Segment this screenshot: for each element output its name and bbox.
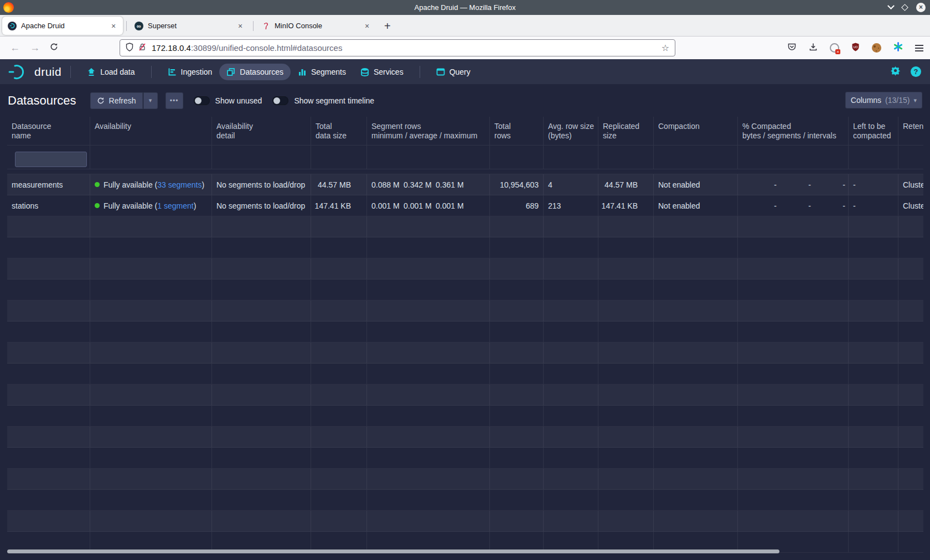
horizontal-scrollbar[interactable] bbox=[7, 549, 779, 553]
menu-icon[interactable] bbox=[915, 43, 923, 53]
druid-navbar: druid Load data Ingestion Datasources Se… bbox=[0, 59, 930, 84]
column-header-segment-rows[interactable]: Segment rowsminimum / average / maximum bbox=[367, 117, 490, 145]
tab-label: MinIO Console bbox=[275, 22, 358, 30]
refresh-dropdown-button[interactable]: ▾ bbox=[143, 92, 158, 109]
column-header-datasource[interactable]: Datasourcename bbox=[7, 117, 90, 145]
empty-table-row bbox=[7, 364, 923, 385]
help-icon[interactable]: ? bbox=[911, 66, 921, 77]
show-segment-timeline-toggle[interactable]: Show segment timeline bbox=[272, 96, 374, 105]
empty-cell bbox=[90, 364, 212, 384]
tab-close-icon[interactable]: × bbox=[362, 22, 372, 30]
reload-icon[interactable] bbox=[50, 42, 58, 54]
toggle-track[interactable] bbox=[272, 96, 288, 105]
pocket-icon[interactable] bbox=[787, 43, 797, 54]
column-header-compaction[interactable]: Compaction bbox=[654, 117, 738, 145]
filter-cell bbox=[898, 146, 923, 169]
nav-item-ingestion[interactable]: Ingestion bbox=[161, 64, 220, 80]
empty-cell bbox=[212, 279, 311, 300]
column-header-avg-row-size[interactable]: Avg. row size(bytes) bbox=[544, 117, 598, 145]
table-row[interactable]: stationsFully available (1 segment)No se… bbox=[7, 195, 923, 216]
nav-item-services[interactable]: Services bbox=[353, 64, 411, 80]
empty-cell bbox=[7, 385, 90, 405]
tab-minio-console[interactable]: MinIO Console × bbox=[256, 17, 376, 35]
empty-cell bbox=[90, 216, 212, 237]
empty-cell bbox=[490, 511, 544, 531]
nav-item-segments[interactable]: Segments bbox=[291, 64, 353, 80]
cookie-icon[interactable] bbox=[872, 43, 881, 53]
url-bar[interactable]: 172.18.0.4:30899/unified-console.html#da… bbox=[120, 39, 675, 56]
segment-rows-cell: 0.088 M0.342 M0.361 M bbox=[367, 174, 490, 195]
columns-button[interactable]: Columns (13/15) ▾ bbox=[845, 92, 922, 108]
compaction-cell: Not enabled bbox=[654, 195, 738, 216]
empty-cell bbox=[490, 427, 544, 447]
table-row[interactable]: measurementsFully available (33 segments… bbox=[7, 174, 923, 195]
empty-cell bbox=[654, 258, 738, 279]
refresh-button[interactable]: Refresh bbox=[90, 92, 143, 109]
new-tab-button[interactable]: + bbox=[384, 20, 391, 33]
column-header-replicated[interactable]: Replicatedsize bbox=[598, 117, 654, 145]
tab-apache-druid[interactable]: Apache Druid × bbox=[2, 17, 123, 35]
show-unused-toggle[interactable]: Show unused bbox=[194, 96, 262, 105]
maximize-icon[interactable] bbox=[901, 4, 908, 11]
empty-table-row bbox=[7, 343, 923, 364]
filter-cell bbox=[544, 146, 598, 169]
empty-cell bbox=[90, 279, 212, 300]
column-header-total[interactable]: Totalrows bbox=[490, 117, 544, 145]
empty-cell bbox=[849, 237, 898, 258]
empty-cell bbox=[7, 343, 90, 363]
nav-item-datasources[interactable]: Datasources bbox=[219, 64, 291, 80]
empty-cell bbox=[898, 237, 923, 258]
minimize-icon[interactable] bbox=[887, 2, 895, 9]
shield-icon[interactable] bbox=[126, 43, 133, 54]
asterisk-extension-icon[interactable] bbox=[893, 42, 903, 54]
column-header-availability[interactable]: Availabilitydetail bbox=[212, 117, 311, 145]
status-dot-icon bbox=[95, 203, 100, 208]
bookmark-star-icon[interactable]: ☆ bbox=[662, 43, 669, 53]
druid-logo[interactable]: druid bbox=[8, 64, 61, 80]
empty-cell bbox=[311, 322, 367, 342]
segments-link[interactable]: 1 segment bbox=[157, 201, 193, 210]
empty-cell bbox=[598, 300, 654, 321]
settings-gear-icon[interactable] bbox=[890, 65, 901, 78]
segments-link[interactable]: 33 segments bbox=[157, 180, 202, 189]
more-actions-button[interactable]: ••• bbox=[166, 92, 183, 109]
filter-cell bbox=[738, 146, 849, 169]
empty-cell bbox=[90, 258, 212, 279]
empty-cell bbox=[490, 237, 544, 258]
datasource-name-filter-input[interactable] bbox=[15, 152, 87, 167]
forward-icon[interactable]: → bbox=[30, 42, 40, 54]
browser-toolbar: ← → 172.18.0.4:30899/unified-console.htm… bbox=[0, 37, 930, 59]
empty-cell bbox=[898, 300, 923, 321]
segment-rows-cell: 0.001 M0.001 M0.001 M bbox=[367, 195, 490, 216]
empty-cell bbox=[898, 343, 923, 363]
column-header-availability[interactable]: Availability bbox=[90, 117, 212, 145]
toggle-track[interactable] bbox=[194, 96, 210, 105]
empty-cell bbox=[212, 216, 311, 237]
empty-cell bbox=[738, 237, 849, 258]
filter-cell bbox=[598, 146, 654, 169]
tab-superset[interactable]: ∞ Superset × bbox=[129, 17, 250, 35]
empty-cell bbox=[490, 469, 544, 489]
ublock-icon[interactable]: UO bbox=[851, 43, 860, 54]
empty-cell bbox=[654, 385, 738, 405]
filter-cell bbox=[212, 146, 311, 169]
column-header-left-to-be[interactable]: Left to becompacted bbox=[849, 117, 898, 145]
refresh-icon bbox=[97, 97, 105, 105]
empty-cell bbox=[598, 258, 654, 279]
empty-cell bbox=[90, 385, 212, 405]
column-header--compacted[interactable]: % Compactedbytes / segments / intervals bbox=[738, 117, 849, 145]
extension-icon[interactable] bbox=[830, 43, 839, 53]
insecure-lock-icon[interactable] bbox=[138, 43, 146, 54]
nav-item-query[interactable]: Query bbox=[429, 64, 478, 80]
empty-cell bbox=[7, 469, 90, 489]
column-header-retention[interactable]: Retention bbox=[898, 117, 923, 145]
downloads-icon[interactable] bbox=[809, 43, 818, 54]
column-header-total[interactable]: Totaldata size bbox=[311, 117, 367, 145]
query-icon bbox=[436, 68, 445, 76]
tab-close-icon[interactable]: × bbox=[235, 22, 245, 30]
nav-item-load-data[interactable]: Load data bbox=[80, 64, 142, 80]
close-window-icon[interactable]: × bbox=[916, 3, 926, 12]
tab-close-icon[interactable]: × bbox=[108, 22, 118, 30]
back-icon[interactable]: ← bbox=[10, 42, 20, 54]
datasources-table: DatasourcenameAvailabilityAvailabilityde… bbox=[7, 117, 923, 560]
